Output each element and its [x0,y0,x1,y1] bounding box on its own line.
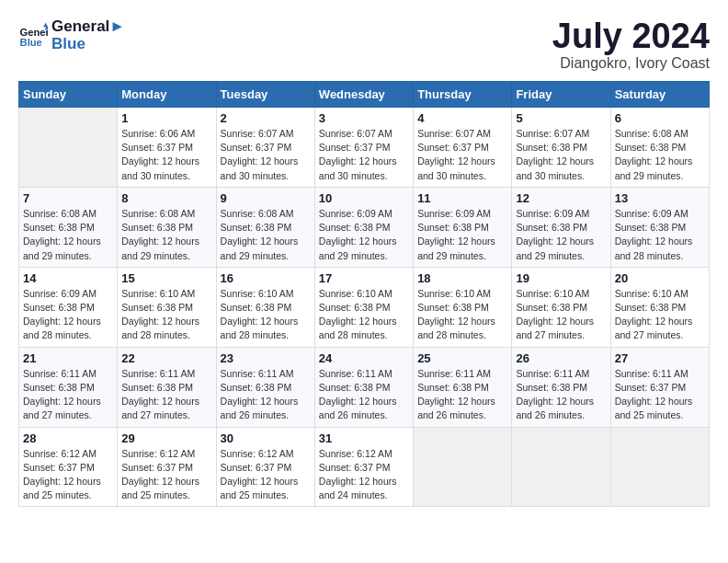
day-info: Sunrise: 6:10 AM Sunset: 6:38 PM Dayligh… [417,287,507,343]
calendar-week-row: 1Sunrise: 6:06 AM Sunset: 6:37 PM Daylig… [19,108,710,188]
day-number: 15 [121,271,211,285]
day-number: 2 [221,111,311,125]
day-number: 31 [319,431,409,445]
day-info: Sunrise: 6:09 AM Sunset: 6:38 PM Dayligh… [615,207,705,263]
day-info: Sunrise: 6:11 AM Sunset: 6:37 PM Dayligh… [615,367,705,423]
calendar-cell: 17Sunrise: 6:10 AM Sunset: 6:38 PM Dayli… [314,267,413,347]
calendar-cell: 3Sunrise: 6:07 AM Sunset: 6:37 PM Daylig… [314,108,413,188]
calendar-cell: 15Sunrise: 6:10 AM Sunset: 6:38 PM Dayli… [118,267,216,347]
day-number: 23 [221,351,311,365]
calendar-cell [19,108,118,188]
calendar-week-row: 7Sunrise: 6:08 AM Sunset: 6:38 PM Daylig… [19,187,710,267]
calendar-cell: 16Sunrise: 6:10 AM Sunset: 6:38 PM Dayli… [216,267,314,347]
day-number: 21 [23,351,113,365]
calendar-cell: 18Sunrise: 6:10 AM Sunset: 6:38 PM Dayli… [414,267,512,347]
day-number: 25 [417,351,507,365]
day-number: 7 [23,191,113,205]
day-info: Sunrise: 6:11 AM Sunset: 6:38 PM Dayligh… [23,367,113,423]
calendar-cell: 27Sunrise: 6:11 AM Sunset: 6:37 PM Dayli… [610,347,709,427]
calendar-week-row: 28Sunrise: 6:12 AM Sunset: 6:37 PM Dayli… [19,427,710,507]
calendar-cell: 12Sunrise: 6:09 AM Sunset: 6:38 PM Dayli… [512,187,610,267]
day-info: Sunrise: 6:10 AM Sunset: 6:38 PM Dayligh… [121,287,211,343]
day-info: Sunrise: 6:09 AM Sunset: 6:38 PM Dayligh… [23,287,113,343]
calendar-week-row: 21Sunrise: 6:11 AM Sunset: 6:38 PM Dayli… [19,347,710,427]
day-number: 24 [319,351,409,365]
calendar-cell: 4Sunrise: 6:07 AM Sunset: 6:37 PM Daylig… [414,108,512,188]
day-number: 29 [121,431,211,445]
column-header-wednesday: Wednesday [314,82,413,108]
day-number: 3 [319,111,409,125]
day-number: 26 [516,351,606,365]
calendar-cell: 22Sunrise: 6:11 AM Sunset: 6:38 PM Dayli… [118,347,216,427]
calendar-cell [414,427,512,507]
day-info: Sunrise: 6:08 AM Sunset: 6:38 PM Dayligh… [615,127,705,183]
day-number: 12 [516,191,606,205]
calendar-cell: 21Sunrise: 6:11 AM Sunset: 6:38 PM Dayli… [19,347,118,427]
calendar-cell: 6Sunrise: 6:08 AM Sunset: 6:38 PM Daylig… [610,108,709,188]
calendar-cell: 23Sunrise: 6:11 AM Sunset: 6:38 PM Dayli… [216,347,314,427]
calendar-cell: 10Sunrise: 6:09 AM Sunset: 6:38 PM Dayli… [314,187,413,267]
day-info: Sunrise: 6:08 AM Sunset: 6:38 PM Dayligh… [221,207,311,263]
day-info: Sunrise: 6:12 AM Sunset: 6:37 PM Dayligh… [121,447,211,503]
calendar-cell: 1Sunrise: 6:06 AM Sunset: 6:37 PM Daylig… [118,108,216,188]
logo: General Blue General► Blue [18,18,125,52]
location: Diangokro, Ivory Coast [552,55,710,72]
day-number: 4 [417,111,507,125]
column-header-saturday: Saturday [610,82,709,108]
day-number: 1 [121,111,211,125]
calendar-cell: 31Sunrise: 6:12 AM Sunset: 6:37 PM Dayli… [314,427,413,507]
calendar-cell [512,427,610,507]
calendar-cell: 8Sunrise: 6:08 AM Sunset: 6:38 PM Daylig… [118,187,216,267]
day-info: Sunrise: 6:11 AM Sunset: 6:38 PM Dayligh… [319,367,409,423]
calendar-week-row: 14Sunrise: 6:09 AM Sunset: 6:38 PM Dayli… [19,267,710,347]
calendar-cell: 9Sunrise: 6:08 AM Sunset: 6:38 PM Daylig… [216,187,314,267]
calendar-cell: 7Sunrise: 6:08 AM Sunset: 6:38 PM Daylig… [19,187,118,267]
svg-text:General: General [20,27,48,38]
day-number: 5 [516,111,606,125]
calendar-cell: 13Sunrise: 6:09 AM Sunset: 6:38 PM Dayli… [610,187,709,267]
column-header-thursday: Thursday [414,82,512,108]
calendar-cell: 29Sunrise: 6:12 AM Sunset: 6:37 PM Dayli… [118,427,216,507]
day-info: Sunrise: 6:07 AM Sunset: 6:37 PM Dayligh… [221,127,311,183]
day-number: 8 [121,191,211,205]
day-info: Sunrise: 6:11 AM Sunset: 6:38 PM Dayligh… [121,367,211,423]
calendar-cell: 11Sunrise: 6:09 AM Sunset: 6:38 PM Dayli… [414,187,512,267]
column-header-sunday: Sunday [19,82,118,108]
day-info: Sunrise: 6:11 AM Sunset: 6:38 PM Dayligh… [417,367,507,423]
column-header-monday: Monday [118,82,216,108]
day-number: 11 [417,191,507,205]
day-number: 6 [615,111,705,125]
day-info: Sunrise: 6:07 AM Sunset: 6:37 PM Dayligh… [319,127,409,183]
day-info: Sunrise: 6:11 AM Sunset: 6:38 PM Dayligh… [221,367,311,423]
calendar-cell: 28Sunrise: 6:12 AM Sunset: 6:37 PM Dayli… [19,427,118,507]
day-info: Sunrise: 6:10 AM Sunset: 6:38 PM Dayligh… [221,287,311,343]
day-number: 9 [221,191,311,205]
calendar-cell: 19Sunrise: 6:10 AM Sunset: 6:38 PM Dayli… [512,267,610,347]
day-number: 19 [516,271,606,285]
day-info: Sunrise: 6:07 AM Sunset: 6:37 PM Dayligh… [417,127,507,183]
logo-line1: General► [51,18,125,36]
day-info: Sunrise: 6:09 AM Sunset: 6:38 PM Dayligh… [516,207,606,263]
calendar-cell: 5Sunrise: 6:07 AM Sunset: 6:38 PM Daylig… [512,108,610,188]
day-number: 28 [23,431,113,445]
calendar-header-row: SundayMondayTuesdayWednesdayThursdayFrid… [19,82,710,108]
column-header-friday: Friday [512,82,610,108]
day-info: Sunrise: 6:12 AM Sunset: 6:37 PM Dayligh… [221,447,311,503]
day-number: 22 [121,351,211,365]
svg-text:Blue: Blue [20,37,42,48]
logo-line2: Blue [51,36,125,53]
calendar-cell: 2Sunrise: 6:07 AM Sunset: 6:37 PM Daylig… [216,108,314,188]
page-header: General Blue General► Blue July 2024 Dia… [18,18,710,72]
calendar-cell: 25Sunrise: 6:11 AM Sunset: 6:38 PM Dayli… [414,347,512,427]
day-number: 14 [23,271,113,285]
day-number: 13 [615,191,705,205]
day-info: Sunrise: 6:09 AM Sunset: 6:38 PM Dayligh… [417,207,507,263]
day-info: Sunrise: 6:10 AM Sunset: 6:38 PM Dayligh… [516,287,606,343]
day-number: 30 [221,431,311,445]
calendar-cell: 26Sunrise: 6:11 AM Sunset: 6:38 PM Dayli… [512,347,610,427]
day-info: Sunrise: 6:10 AM Sunset: 6:38 PM Dayligh… [319,287,409,343]
day-number: 16 [221,271,311,285]
day-number: 20 [615,271,705,285]
day-info: Sunrise: 6:08 AM Sunset: 6:38 PM Dayligh… [121,207,211,263]
day-info: Sunrise: 6:06 AM Sunset: 6:37 PM Dayligh… [121,127,211,183]
